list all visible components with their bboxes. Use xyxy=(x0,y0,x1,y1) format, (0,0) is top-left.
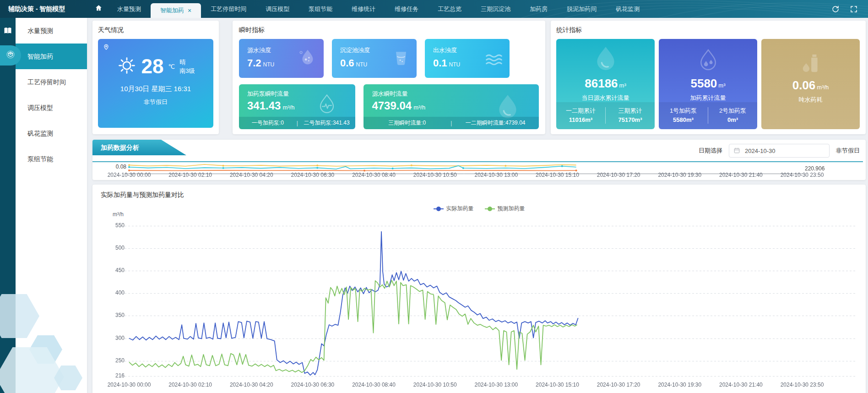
y-axis-tick-label: 500 xyxy=(102,245,125,251)
waves-icon xyxy=(484,48,504,70)
stats-section-title: 统计指标 xyxy=(556,26,860,34)
content: 天气情况 28 ℃ 晴 南3级 xyxy=(87,18,868,393)
turbidity-card: 出水浊度0.1NTU xyxy=(425,39,510,78)
instant-indicators-card: 瞬时指标 源水浊度7.2NTU沉淀池浊度0.6NTU出水浊度0.1NTU 加药泵… xyxy=(233,21,545,134)
app-root: 辅助决策 - 智能模型 水量预测智能加药×工艺停留时间调压模型泵组节能维修统计维… xyxy=(0,0,868,393)
stat-unit: m³ xyxy=(619,82,626,89)
sidebar-item[interactable]: 矾花监测 xyxy=(16,120,87,146)
pulse-drop-icon xyxy=(315,93,339,118)
x-axis-tick-label: 2024-10-30 06:30 xyxy=(283,382,342,388)
topbar-tab[interactable]: 维修统计 xyxy=(342,0,385,18)
stat-footer-value: 0m³ xyxy=(708,115,757,125)
stat-footer-item: 一二期累计11016m³ xyxy=(556,106,605,126)
sparkline-x-axis: 2024-10-30 00:002024-10-30 02:102024-10-… xyxy=(92,172,866,179)
y-axis-unit-label: m³/h xyxy=(113,211,124,218)
weather-card: 天气情况 28 ℃ 晴 南3级 xyxy=(92,21,219,134)
holiday-tag: 非节假日 xyxy=(836,147,860,155)
legend-label: 实际加药量 xyxy=(446,205,474,213)
stat-footer-value: 5580m³ xyxy=(659,115,708,125)
sidebar-item[interactable]: 调压模型 xyxy=(16,95,87,120)
y-axis-tick-label: 550 xyxy=(102,222,125,229)
bottle-icon xyxy=(798,51,823,77)
topbar-tab[interactable]: 泵组节能 xyxy=(299,0,342,18)
topbar-tab[interactable]: 水量预测 xyxy=(108,0,151,18)
sparkline-max-label: 220.906 xyxy=(805,165,825,172)
tab-bar: 水量预测智能加药×工艺停留时间调压模型泵组节能维修统计维修任务工艺总览三期沉淀池… xyxy=(108,0,649,18)
flow-footer-item: 二号加药泵:341.43 xyxy=(298,119,356,127)
temperature-value: 28 xyxy=(141,56,164,76)
flow-card: 加药泵瞬时流量341.43m³/h一号加药泵:0|二号加药泵:341.43 xyxy=(239,84,355,129)
topbar-tab[interactable]: 调压模型 xyxy=(256,0,299,18)
x-axis-tick-label: 2024-10-30 13:00 xyxy=(467,172,526,178)
weather-section-title: 天气情况 xyxy=(98,26,213,34)
fullscreen-icon[interactable] xyxy=(850,5,858,13)
stats-card-row: 86186m³当日源水累计流量一二期累计11016m³三期累计75170m³55… xyxy=(556,39,860,129)
topbar-tab-label: 水量预测 xyxy=(117,5,141,12)
legend-item[interactable]: 预测加药量 xyxy=(485,205,525,213)
x-axis-tick-label: 2024-10-30 19:30 xyxy=(650,172,710,178)
x-axis-tick-label: 2024-10-30 21:40 xyxy=(711,172,770,178)
compare-chart-card: 实际加药量与预测加药量对比 实际加药量预测加药量 m³/h 2024-10-30… xyxy=(92,185,866,393)
date-picker-row: 日期选择 非节假日 xyxy=(699,144,860,158)
stat-footer-label: 三期累计 xyxy=(606,106,655,116)
stat-footer-label: 2号加药泵 xyxy=(708,106,757,116)
turbidity-unit: NTU xyxy=(356,61,368,68)
date-input[interactable] xyxy=(729,144,830,158)
home-button[interactable] xyxy=(89,0,108,18)
date-text: 10月30日 xyxy=(120,85,149,93)
drip-icon xyxy=(695,47,722,76)
x-axis-tick-label: 2024-10-30 15:10 xyxy=(527,172,587,178)
topbar-tab-label: 矾花监测 xyxy=(616,5,640,12)
topbar-tab-label: 维修任务 xyxy=(395,5,418,12)
topbar-tab[interactable]: 工艺总览 xyxy=(428,0,471,18)
stat-card-footer: 1号加药泵5580m³2号加药泵0m³ xyxy=(659,102,757,129)
stat-card-icon-zone xyxy=(761,39,860,77)
main-frame: 水量预测智能加药工艺停留时间调压模型矾花监测泵组节能 天气情况 xyxy=(0,18,868,393)
stat-unit: m³/h xyxy=(817,84,829,91)
droplet-dots-icon xyxy=(297,47,318,70)
topbar-tab[interactable]: 维修任务 xyxy=(385,0,428,18)
stat-footer-item: 三期累计75170m³ xyxy=(606,106,655,126)
sidebar-item[interactable]: 泵组节能 xyxy=(16,146,87,172)
model-rail-button[interactable] xyxy=(0,45,21,66)
flow-card: 源水瞬时流量4739.04m³/h三期瞬时流量:0|一二期瞬时流量:4739.0… xyxy=(363,84,539,129)
refresh-icon[interactable] xyxy=(831,5,840,13)
home-icon xyxy=(95,4,103,14)
y-axis-tick-label: 350 xyxy=(102,312,125,318)
y-axis-tick-label: 250 xyxy=(102,357,125,364)
stat-footer-item: 1号加药泵5580m³ xyxy=(659,106,708,126)
sidebar-item[interactable]: 工艺停留时间 xyxy=(16,69,87,95)
sidebar-item[interactable]: 智能加药 xyxy=(16,44,87,69)
date-input-wrap xyxy=(729,144,830,158)
topbar: 辅助决策 - 智能模型 水量预测智能加药×工艺停留时间调压模型泵组节能维修统计维… xyxy=(0,0,868,18)
calendar-icon xyxy=(733,147,740,156)
topbar-tab[interactable]: 脱泥加药间 xyxy=(557,0,606,18)
legend-marker-icon xyxy=(485,207,495,211)
location-pin-icon xyxy=(103,43,110,52)
topbar-tab[interactable]: 工艺停留时间 xyxy=(201,0,256,18)
x-axis-tick-label: 2024-10-30 13:00 xyxy=(467,382,526,388)
compare-chart-canvas[interactable] xyxy=(92,220,866,393)
y-axis-tick-label: 400 xyxy=(102,289,125,296)
topbar-tab[interactable]: 矾花监测 xyxy=(606,0,649,18)
water-drop-icon xyxy=(591,44,620,76)
date-picker-label: 日期选择 xyxy=(699,147,722,155)
temperature-unit: ℃ xyxy=(168,63,175,70)
legend-label: 预测加药量 xyxy=(498,205,525,213)
book-icon[interactable] xyxy=(0,18,16,35)
flow-footer-item: 三期瞬时流量:0 xyxy=(363,119,450,127)
weekday-text: 星期三 xyxy=(151,85,172,93)
topbar-tab-label: 工艺停留时间 xyxy=(211,5,246,12)
x-axis-tick-label: 2024-10-30 17:20 xyxy=(589,172,648,178)
x-axis-tick-label: 2024-10-30 19:30 xyxy=(650,382,710,388)
stat-footer-item: 2号加药泵0m³ xyxy=(708,106,757,126)
y-axis-tick-label: 216 xyxy=(102,372,125,379)
topbar-tab-label: 脱泥加药间 xyxy=(567,5,597,12)
sidebar-item[interactable]: 水量预测 xyxy=(16,18,87,44)
tab-close-icon[interactable]: × xyxy=(188,3,191,18)
topbar-tab[interactable]: 加药房 xyxy=(520,0,557,18)
legend-item[interactable]: 实际加药量 xyxy=(434,205,474,213)
stat-footer-label: 一二期累计 xyxy=(556,106,605,116)
topbar-tab[interactable]: 三期沉淀池 xyxy=(471,0,520,18)
topbar-tab[interactable]: 智能加药× xyxy=(151,3,201,18)
